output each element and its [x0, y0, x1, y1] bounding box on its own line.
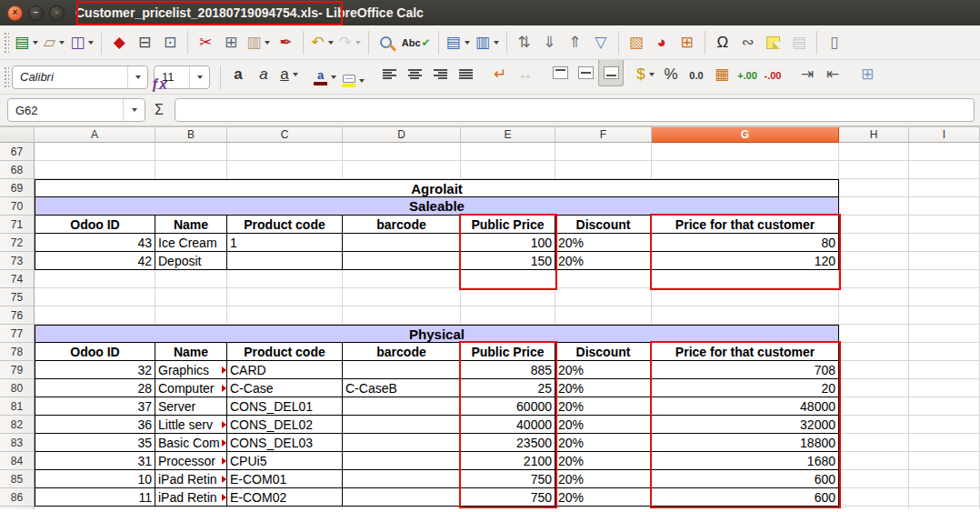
cell-C82[interactable]: CONS_DEL02	[227, 416, 343, 434]
columns-button[interactable]: ▥	[473, 29, 502, 56]
cell-G83[interactable]: 18800	[652, 434, 839, 452]
row-header-78[interactable]: 78	[0, 343, 35, 361]
row-header-77[interactable]: 77	[0, 325, 35, 343]
cell-A70[interactable]: Saleable	[35, 197, 839, 216]
font-size-dropdown[interactable]	[189, 66, 209, 88]
insert-comment-button[interactable]	[761, 29, 786, 56]
copy-button[interactable]: ⊞	[218, 29, 244, 56]
cell-D73[interactable]	[343, 252, 461, 270]
cell-D85[interactable]	[343, 470, 461, 488]
cell-A77[interactable]: Physical	[35, 325, 839, 343]
cell-B76[interactable]	[155, 306, 227, 325]
cell-C86[interactable]: E-COM02	[227, 488, 343, 507]
row-header-70[interactable]: 70	[0, 197, 35, 216]
cell-F72[interactable]: 20%	[555, 234, 652, 252]
date-format-button[interactable]: ▦	[709, 61, 735, 88]
cell-B67[interactable]	[155, 143, 227, 161]
cell-A79[interactable]: 32	[35, 361, 155, 379]
cell-H70[interactable]	[839, 197, 909, 216]
cell-F67[interactable]	[555, 143, 652, 161]
row-header-75[interactable]: 75	[0, 288, 35, 306]
cell-H84[interactable]	[839, 452, 909, 470]
chevron-down-icon[interactable]	[331, 75, 336, 79]
print-preview-button[interactable]: ⊡	[157, 29, 183, 56]
export-pdf-button[interactable]: ◆	[106, 29, 132, 56]
row-header-72[interactable]: 72	[0, 234, 35, 252]
cell-G75[interactable]	[652, 288, 839, 306]
print-button[interactable]: ⊟	[132, 29, 157, 56]
col-header-B[interactable]: B	[155, 127, 227, 143]
cell-A86[interactable]: 11	[35, 488, 155, 507]
chevron-down-icon[interactable]	[465, 41, 470, 45]
cell-C67[interactable]	[227, 143, 343, 161]
chevron-down-icon[interactable]	[355, 41, 361, 45]
cell-H86[interactable]	[839, 488, 909, 507]
cell-E75[interactable]	[461, 288, 555, 306]
insert-hyperlink-button[interactable]: ∾	[735, 29, 761, 56]
cell-I73[interactable]	[909, 252, 980, 270]
cell-A76[interactable]	[35, 306, 155, 325]
cell-B80[interactable]: Computer	[155, 379, 227, 397]
cell-B68[interactable]	[155, 161, 227, 179]
align-top-button[interactable]	[547, 60, 573, 86]
cell-F68[interactable]	[555, 161, 652, 179]
toolbar-drag-handle[interactable]	[3, 31, 9, 55]
cell-F80[interactable]: 20%	[555, 379, 652, 397]
cell-G81[interactable]: 48000	[652, 397, 839, 416]
cell-D68[interactable]	[343, 161, 461, 179]
chevron-down-icon[interactable]	[494, 41, 499, 45]
merge-cells-button[interactable]: ↔	[513, 61, 538, 88]
cell-I70[interactable]	[909, 197, 980, 216]
highlighting-color-button[interactable]	[339, 67, 367, 95]
function-wizard-button[interactable]: ƒx	[145, 72, 173, 97]
cell-F74[interactable]	[555, 270, 652, 288]
cell-H74[interactable]	[839, 270, 909, 288]
cell-A81[interactable]: 37	[35, 397, 155, 416]
cell-C83[interactable]: CONS_DEL03	[227, 434, 343, 452]
save-button[interactable]: ◫	[67, 29, 96, 56]
cell-D80[interactable]: C-CaseB	[343, 379, 461, 397]
cell-E86[interactable]: 750	[461, 488, 555, 507]
cell-I87[interactable]	[909, 507, 980, 509]
cell-I71[interactable]	[909, 216, 980, 234]
cell-E87[interactable]	[461, 507, 555, 509]
autofilter-button[interactable]: ▽	[588, 29, 614, 56]
col-header-C[interactable]: C	[227, 127, 343, 143]
cell-F73[interactable]: 20%	[555, 252, 652, 270]
cell-I85[interactable]	[909, 470, 980, 488]
cell-B78[interactable]: Name	[155, 343, 227, 361]
font-name-dropdown[interactable]	[127, 66, 147, 88]
cell-G85[interactable]: 600	[652, 470, 839, 488]
cell-B71[interactable]: Name	[155, 216, 227, 234]
cell-C74[interactable]	[227, 270, 343, 288]
cell-I68[interactable]	[909, 161, 980, 179]
cell-A71[interactable]: Odoo ID	[35, 216, 155, 234]
toolbar-drag-handle[interactable]	[3, 65, 9, 89]
cell-F79[interactable]: 20%	[555, 361, 652, 379]
row-header-74[interactable]: 74	[0, 270, 35, 288]
cell-H87[interactable]	[839, 507, 909, 509]
cell-E85[interactable]: 750	[461, 470, 555, 488]
cell-A84[interactable]: 31	[35, 452, 155, 470]
cell-B74[interactable]	[155, 270, 227, 288]
cell-H76[interactable]	[839, 306, 909, 325]
chevron-down-icon[interactable]	[359, 79, 365, 83]
cell-H68[interactable]	[839, 161, 909, 179]
cell-F87[interactable]	[555, 507, 652, 509]
sort-descending-button[interactable]: ⇓	[537, 29, 563, 56]
italic-button[interactable]: a	[251, 61, 276, 88]
cell-G86[interactable]: 600	[652, 488, 839, 507]
cell-D81[interactable]	[343, 397, 461, 416]
special-character-button[interactable]: Ω	[710, 29, 735, 56]
cell-D74[interactable]	[343, 270, 461, 288]
cell-C81[interactable]: CONS_DEL01	[227, 397, 343, 416]
cell-H79[interactable]	[839, 361, 909, 379]
cell-C87[interactable]	[227, 507, 343, 509]
cell-C85[interactable]: E-COM01	[227, 470, 343, 488]
cell-D78[interactable]: barcode	[343, 343, 461, 361]
cell-B72[interactable]: Ice Cream	[155, 234, 227, 252]
row-header-69[interactable]: 69	[0, 179, 35, 197]
cell-G84[interactable]: 1680	[652, 452, 839, 470]
cell-G72[interactable]: 80	[652, 234, 839, 252]
cell-E78[interactable]: Public Price	[461, 343, 555, 361]
